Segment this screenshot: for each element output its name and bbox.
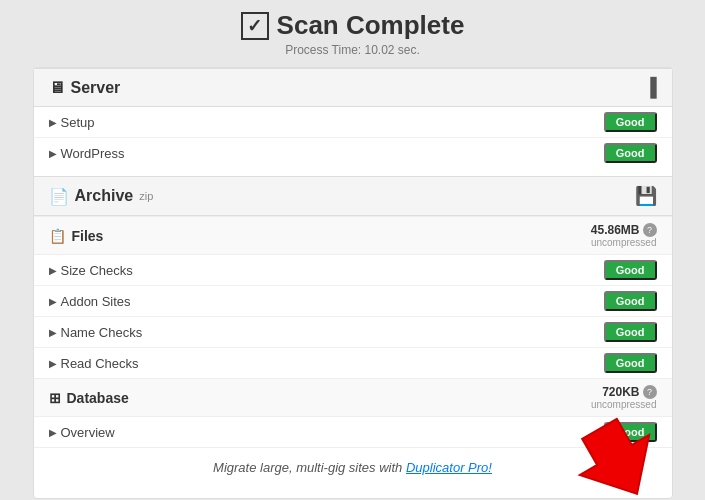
archive-file-icon: 📄	[49, 187, 69, 206]
archive-badge: zip	[139, 190, 153, 202]
server-icon: 🖥	[49, 79, 65, 97]
svg-marker-0	[564, 409, 671, 500]
database-title: ⊞ Database	[49, 390, 129, 406]
files-help-icon[interactable]: ?	[643, 223, 657, 237]
duplicator-pro-link[interactable]: Duplicator Pro!	[406, 460, 492, 475]
addon-sites-badge[interactable]: Good	[604, 291, 657, 311]
addon-sites-row: ▶ Addon Sites Good	[34, 286, 672, 317]
server-rows: ▶ Setup Good ▶ WordPress Good	[34, 107, 672, 168]
size-checks-badge[interactable]: Good	[604, 260, 657, 280]
setup-status-badge[interactable]: Good	[604, 112, 657, 132]
name-checks-row: ▶ Name Checks Good	[34, 317, 672, 348]
server-section-header: 🖥 Server ▐	[34, 68, 672, 107]
files-icon: 📋	[49, 228, 66, 244]
wordpress-status-badge[interactable]: Good	[604, 143, 657, 163]
database-icon: ⊞	[49, 390, 61, 406]
promo-text: Migrate large, multi-gig sites with	[213, 460, 406, 475]
process-time: Process Time: 10.02 sec.	[241, 43, 465, 57]
arrow-icon: ▶	[49, 358, 57, 369]
check-icon: ✓	[241, 12, 269, 40]
archive-title: 📄 Archive zip	[49, 187, 154, 206]
title-text: Scan Complete	[277, 10, 465, 41]
archive-save-icon[interactable]: 💾	[635, 185, 657, 207]
files-rows: ▶ Size Checks Good ▶ Addon Sites Good ▶ …	[34, 255, 672, 378]
name-checks-badge[interactable]: Good	[604, 322, 657, 342]
arrow-icon: ▶	[49, 117, 57, 128]
size-checks-row: ▶ Size Checks Good	[34, 255, 672, 286]
arrow-icon: ▶	[49, 265, 57, 276]
arrow-icon: ▶	[49, 148, 57, 159]
server-menu-icon[interactable]: ▐	[644, 77, 657, 98]
read-checks-row: ▶ Read Checks Good	[34, 348, 672, 378]
server-wordpress-row: ▶ WordPress Good	[34, 138, 672, 168]
page-title: ✓ Scan Complete	[241, 10, 465, 41]
files-subsection-header: 📋 Files 45.86MB ? uncompressed	[34, 216, 672, 255]
server-setup-row: ▶ Setup Good	[34, 107, 672, 138]
read-checks-badge[interactable]: Good	[604, 353, 657, 373]
files-size-info: 45.86MB ? uncompressed	[591, 223, 657, 248]
arrow-icon: ▶	[49, 296, 57, 307]
big-arrow	[553, 409, 683, 500]
database-size-info: 720KB ? uncompressed	[591, 385, 657, 410]
page-header: ✓ Scan Complete Process Time: 10.02 sec.	[241, 10, 465, 57]
files-title: 📋 Files	[49, 228, 104, 244]
server-title: 🖥 Server	[49, 79, 121, 97]
archive-section-header: 📄 Archive zip 💾	[34, 176, 672, 216]
arrow-icon: ▶	[49, 327, 57, 338]
arrow-icon: ▶	[49, 427, 57, 438]
database-help-icon[interactable]: ?	[643, 385, 657, 399]
